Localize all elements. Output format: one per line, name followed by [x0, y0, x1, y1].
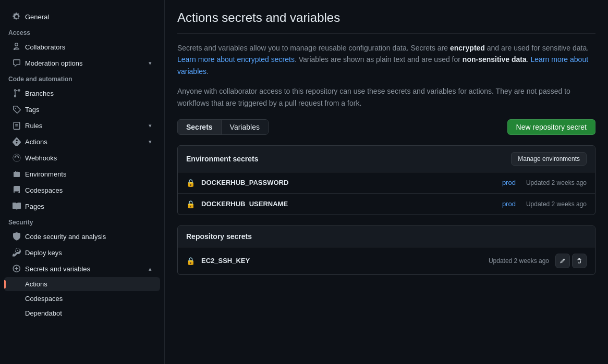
rule-icon: [13, 121, 21, 130]
non-sensitive-strong: non-sensitive data: [463, 55, 527, 64]
sidebar-item-general[interactable]: General: [4, 9, 160, 24]
environment-secrets-section: Environment secrets Manage environments …: [177, 145, 595, 215]
chevron-down-icon: ▾: [149, 60, 152, 67]
key-icon: [13, 248, 21, 257]
sidebar-item-tags-label: Tags: [25, 106, 152, 114]
sidebar-item-general-label: General: [25, 13, 152, 21]
sidebar-item-tags[interactable]: Tags: [4, 102, 160, 117]
sidebar-item-collaborators-label: Collaborators: [25, 43, 152, 51]
sidebar-item-code-security-label: Code security and analysis: [25, 233, 152, 241]
sidebar-item-pages-label: Pages: [25, 203, 152, 210]
sidebar-sub-item-dependabot[interactable]: Dependabot: [4, 306, 160, 320]
page-title: Actions secrets and variables: [177, 10, 595, 34]
sidebar-item-actions-label: Actions: [25, 138, 144, 146]
secret-name: DOCKERHUB_PASSWORD: [201, 179, 496, 186]
sidebar-section-access: Access: [0, 25, 164, 39]
table-row: 🔒 DOCKERHUB_USERNAME prod Updated 2 week…: [178, 194, 595, 215]
delete-secret-button[interactable]: [572, 254, 587, 268]
comment-icon: [13, 59, 21, 67]
webhook-icon: [13, 154, 21, 162]
description-paragraph: Secrets and variables allow you to manag…: [177, 42, 595, 77]
codespaces-icon: [13, 186, 21, 194]
lock-icon: 🔒: [186, 179, 195, 187]
repository-secrets-title: Repository secrets: [186, 232, 252, 241]
people-icon: [13, 43, 21, 51]
actions-icon: [13, 137, 21, 146]
branch-icon: [13, 89, 21, 97]
sidebar-item-pages[interactable]: Pages: [4, 198, 160, 214]
table-row: 🔒 DOCKERHUB_PASSWORD prod Updated 2 week…: [178, 172, 595, 194]
chevron-up-icon: ▴: [149, 266, 152, 272]
sidebar-item-moderation-label: Moderation options: [25, 59, 144, 67]
sidebar-item-codespaces[interactable]: Codespaces: [4, 182, 160, 198]
sidebar-sub-item-actions[interactable]: Actions: [4, 277, 160, 291]
environment-icon: [13, 170, 21, 178]
lock-icon: 🔒: [186, 200, 195, 208]
sidebar-item-webhooks[interactable]: Webhooks: [4, 150, 160, 166]
secret-updated: Updated 2 weeks ago: [526, 200, 587, 208]
lock-icon: 🔒: [186, 257, 195, 265]
new-repository-secret-button[interactable]: New repository secret: [507, 119, 595, 135]
table-row: 🔒 EC2_SSH_KEY Updated 2 weeks ago: [178, 247, 595, 274]
sidebar-item-secrets-variables-label: Secrets and variables: [25, 265, 144, 273]
tabs-row: Secrets Variables New repository secret: [177, 119, 595, 135]
sidebar-sub-item-codespaces-label: Codespaces: [25, 295, 63, 303]
tag-icon: [13, 105, 21, 114]
sidebar-item-deploy-keys[interactable]: Deploy keys: [4, 245, 160, 260]
learn-more-encrypted-link[interactable]: Learn more about encrypted secrets: [177, 55, 295, 64]
secret-updated: Updated 2 weeks ago: [526, 179, 587, 186]
sidebar-sub-item-actions-label: Actions: [25, 280, 47, 288]
sidebar-item-rules[interactable]: Rules ▾: [4, 118, 160, 133]
main-content: Actions secrets and variables Secrets an…: [165, 0, 608, 364]
pencil-icon: [560, 257, 565, 265]
pages-icon: [13, 202, 21, 210]
sidebar-item-branches-label: Branches: [25, 90, 152, 97]
secret-env-badge[interactable]: prod: [502, 200, 516, 208]
secret-actions: [555, 254, 587, 268]
chevron-down-icon-rules: ▾: [149, 122, 152, 129]
environment-secrets-header: Environment secrets Manage environments: [178, 146, 595, 172]
tabs-container: Secrets Variables: [177, 119, 269, 135]
shield-icon: [13, 232, 21, 241]
secret-name: DOCKERHUB_USERNAME: [201, 200, 496, 208]
sidebar-section-security: Security: [0, 215, 164, 228]
repository-secrets-header: Repository secrets: [178, 226, 595, 247]
collaborator-note: Anyone with collaborator access to this …: [177, 85, 595, 109]
tab-secrets[interactable]: Secrets: [178, 120, 222, 134]
tab-variables[interactable]: Variables: [222, 120, 268, 134]
repository-secrets-section: Repository secrets 🔒 EC2_SSH_KEY Updated…: [177, 225, 595, 275]
sidebar-item-collaborators[interactable]: Collaborators: [4, 39, 160, 55]
plus-circle-icon: [13, 265, 21, 273]
gear-icon: [13, 12, 21, 21]
secret-updated: Updated 2 weeks ago: [489, 257, 549, 265]
sidebar-item-branches[interactable]: Branches: [4, 85, 160, 101]
secret-name: EC2_SSH_KEY: [201, 257, 482, 265]
sidebar-item-moderation[interactable]: Moderation options ▾: [4, 55, 160, 71]
sidebar-item-codespaces-label: Codespaces: [25, 186, 152, 194]
sidebar-item-actions[interactable]: Actions ▾: [4, 134, 160, 149]
sidebar-item-deploy-keys-label: Deploy keys: [25, 249, 152, 257]
sidebar-item-code-security[interactable]: Code security and analysis: [4, 229, 160, 244]
sidebar-item-secrets-variables[interactable]: Secrets and variables ▴: [4, 261, 160, 277]
sidebar-item-rules-label: Rules: [25, 122, 144, 130]
manage-environments-button[interactable]: Manage environments: [511, 152, 587, 166]
sidebar-sub-item-codespaces[interactable]: Codespaces: [4, 292, 160, 306]
sidebar-item-environments[interactable]: Environments: [4, 166, 160, 182]
sidebar-section-code-automation: Code and automation: [0, 71, 164, 85]
trash-icon: [577, 257, 582, 265]
sidebar-item-environments-label: Environments: [25, 170, 152, 178]
sidebar-item-webhooks-label: Webhooks: [25, 154, 152, 162]
encrypted-strong: encrypted: [450, 44, 485, 52]
secret-env-badge[interactable]: prod: [502, 179, 516, 186]
sidebar-sub-item-dependabot-label: Dependabot: [25, 309, 62, 317]
environment-secrets-title: Environment secrets: [186, 155, 259, 163]
sidebar: General Access Collaborators Moderation …: [0, 0, 165, 364]
edit-secret-button[interactable]: [555, 254, 570, 268]
chevron-down-icon-actions: ▾: [149, 139, 152, 145]
